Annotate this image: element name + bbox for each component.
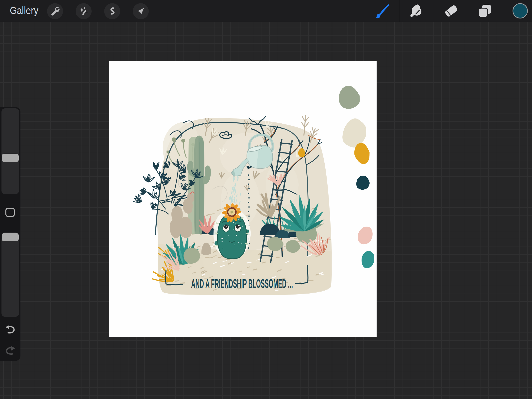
svg-text:AND A FRIENDSHIP BLOSSOMED ...: AND A FRIENDSHIP BLOSSOMED ... <box>191 277 293 290</box>
